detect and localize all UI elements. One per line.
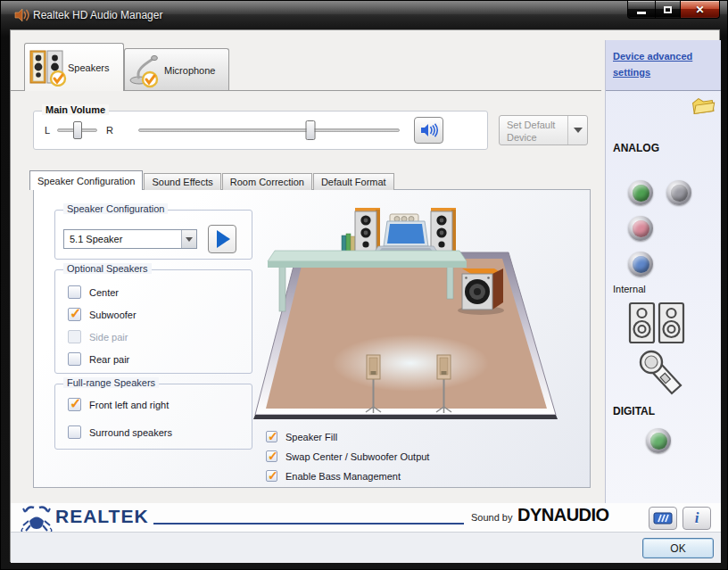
volume-slider-thumb[interactable] (306, 120, 316, 140)
fullrange-speakers-group: Front left and right Surround speakers (54, 384, 252, 450)
balance-slider-track[interactable] (57, 128, 97, 132)
content-area: Speakers Microphone Main Volume L R (10, 29, 720, 562)
connector-panel: Device advanced settings ANALOG Internal (605, 40, 721, 503)
tab-room-correction[interactable]: Room Correction (222, 173, 312, 190)
balance-slider-thumb[interactable] (73, 121, 82, 139)
minimize-button[interactable] (627, 1, 656, 19)
microphone-tab-icon (127, 53, 164, 88)
speaker-config-select[interactable]: 5.1 Speaker (63, 229, 197, 249)
info-button[interactable]: i (682, 507, 711, 530)
config-tab-strip: Speaker Configuration Sound Effects Room… (29, 170, 395, 190)
tab-speaker-configuration[interactable]: Speaker Configuration (29, 170, 143, 190)
checkbox-subwoofer[interactable]: Subwoofer (68, 308, 136, 321)
fullrange-speakers-label: Full-range Speakers (63, 377, 159, 388)
checkbox-box[interactable] (266, 431, 277, 442)
set-default-device-label: Set Default Device (500, 116, 567, 145)
checkbox-box[interactable] (68, 330, 81, 343)
main-volume-label: Main Volume (42, 104, 109, 115)
realtek-logo-icon (20, 503, 54, 533)
tab-sound-effects[interactable]: Sound Effects (144, 173, 220, 190)
internal-mic-icon[interactable] (636, 349, 688, 399)
speaker-config-selected-value: 5.1 Speaker (64, 234, 181, 244)
jack-color (633, 256, 649, 273)
maximize-button[interactable] (656, 1, 681, 19)
checkbox-speaker-fill[interactable]: Speaker Fill (266, 431, 337, 442)
speaker-config-group-label: Speaker Configuration (63, 203, 168, 214)
jack-color (633, 220, 649, 237)
set-default-dropdown-arrow[interactable] (567, 116, 587, 145)
brand-underline (153, 523, 464, 525)
internal-speakers-icon[interactable] (627, 301, 686, 347)
checkbox-box[interactable] (266, 450, 277, 462)
speakers-tab-icon (29, 49, 68, 87)
ok-button[interactable]: OK (642, 538, 714, 558)
advanced-settings-box: Device advanced settings (606, 40, 721, 91)
checkbox-side-pair[interactable]: Side pair (68, 330, 128, 343)
checkbox-box[interactable] (68, 398, 81, 411)
realtek-hd-audio-manager-window: Realtek HD Audio Manager ✕ Speakers (0, 0, 728, 570)
sound-card-icon (653, 511, 673, 525)
volume-slider-track[interactable] (138, 128, 400, 132)
ok-bar: OK (11, 532, 721, 563)
tab-speakers[interactable]: Speakers (24, 43, 124, 91)
tab-default-format[interactable]: Default Format (313, 173, 394, 190)
jack-color (650, 433, 667, 450)
speaker-configuration-panel: Speaker Configuration 5.1 Speaker Option… (33, 189, 591, 488)
window-title: Realtek HD Audio Manager (33, 9, 162, 21)
jack-unused-gray[interactable] (666, 180, 691, 205)
jack-mic-in-pink[interactable] (628, 216, 653, 241)
sound-by-label: Sound by (471, 512, 512, 523)
digital-section-label: DIGITAL (613, 405, 655, 417)
jack-color (671, 185, 688, 202)
tab-microphone-label: Microphone (164, 65, 215, 76)
minimize-icon (637, 12, 646, 14)
set-default-device-button[interactable]: Set Default Device (499, 115, 588, 145)
info-icon: i (695, 509, 699, 527)
checkbox-center[interactable]: Center (68, 285, 119, 299)
jack-color (633, 185, 649, 202)
app-speaker-icon (13, 7, 29, 23)
jack-line-out-green[interactable] (628, 180, 653, 205)
connector-settings-folder-icon[interactable] (690, 94, 717, 117)
checkbox-box[interactable] (68, 285, 81, 299)
chevron-down-icon (186, 237, 193, 242)
checkbox-box[interactable] (68, 308, 81, 321)
checkbox-swap-center-subwoofer[interactable]: Swap Center / Subwoofer Output (266, 450, 429, 462)
titlebar[interactable]: Realtek HD Audio Manager ✕ (1, 1, 727, 29)
optional-speakers-label: Optional Speakers (63, 263, 152, 274)
checkbox-box[interactable] (68, 425, 81, 439)
jack-digital-out[interactable] (646, 428, 671, 453)
window-controls: ✕ (627, 1, 720, 19)
device-advanced-settings-link[interactable]: Device advanced settings (613, 51, 692, 78)
combo-dropdown-button[interactable] (181, 230, 196, 248)
test-play-button[interactable] (208, 225, 236, 253)
dynaudio-logo-text: DYNAUDIO (517, 505, 609, 525)
internal-label: Internal (613, 284, 646, 294)
balance-right-label: R (106, 125, 113, 136)
sound-card-button[interactable] (649, 507, 677, 530)
checkbox-enable-bass-management[interactable]: Enable Bass Management (266, 470, 401, 482)
balance-left-label: L (45, 125, 50, 136)
tab-microphone[interactable]: Microphone (124, 48, 229, 91)
analog-section-label: ANALOG (613, 142, 659, 154)
main-volume-group: L R (33, 111, 488, 150)
maximize-icon (664, 6, 672, 13)
close-button[interactable]: ✕ (681, 1, 720, 19)
mute-speaker-button[interactable] (414, 117, 443, 144)
jack-line-in-blue[interactable] (628, 252, 653, 277)
checkbox-front-left-right[interactable]: Front left and right (68, 398, 169, 411)
room-preview[interactable] (245, 194, 595, 429)
checkbox-box[interactable] (68, 352, 81, 366)
checkbox-box[interactable] (266, 470, 277, 482)
footer: REALTEK Sound by DYNAUDIO i (11, 503, 721, 532)
tab-speakers-label: Speakers (68, 62, 109, 73)
realtek-brand-text: REALTEK (55, 506, 149, 527)
checkbox-rear-pair[interactable]: Rear pair (68, 352, 129, 366)
speaker-wave-icon (419, 122, 439, 138)
checkbox-surround-speakers[interactable]: Surround speakers (68, 425, 172, 439)
optional-speakers-group: Center Subwoofer Side pair Rear pair (54, 269, 252, 374)
play-icon (217, 230, 230, 248)
chevron-down-icon (574, 128, 583, 133)
